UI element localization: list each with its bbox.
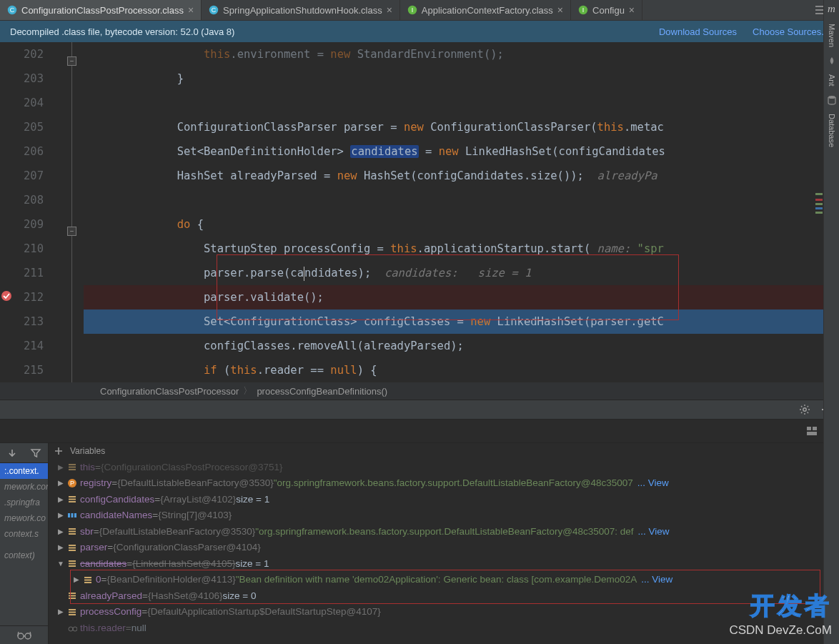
expand-arrow-icon[interactable]: ▶ xyxy=(57,495,64,503)
right-tool-strip: m Maven Ant Database xyxy=(823,0,839,644)
var-type-icon xyxy=(67,607,77,617)
variable-row[interactable]: ▶processConfig = {DefaultApplicationStar… xyxy=(49,604,839,620)
tab-0[interactable]: C ConfigurationClassPostProcessor.class … xyxy=(0,0,202,20)
view-link[interactable]: ... View xyxy=(637,477,669,488)
svg-rect-39 xyxy=(69,595,76,597)
code-editor[interactable]: 2022032042052062072082092102112122132142… xyxy=(0,42,839,382)
tab-2[interactable]: I ApplicationContextFactory.class × xyxy=(400,0,571,20)
tab-3[interactable]: I Configu × xyxy=(571,0,642,20)
var-name: this xyxy=(80,462,95,472)
view-link[interactable]: ... View xyxy=(638,526,670,537)
variable-row[interactable]: ▼candidates = {LinkedHashSet@4105} size … xyxy=(49,555,839,572)
layout-icon[interactable] xyxy=(806,425,818,437)
fold-toggle-icon[interactable]: − xyxy=(67,227,76,236)
expand-arrow-icon[interactable]: ▶ xyxy=(57,608,64,615)
svg-point-9 xyxy=(803,408,806,411)
svg-rect-25 xyxy=(74,513,76,517)
crumb-method[interactable]: processConfigBeanDefinitions() xyxy=(257,386,387,397)
frame-item[interactable]: :.context. xyxy=(0,463,48,479)
maven-icon[interactable]: m xyxy=(828,3,835,15)
var-type-icon xyxy=(67,558,77,568)
expand-arrow-icon[interactable] xyxy=(57,592,64,600)
svg-point-45 xyxy=(73,627,77,631)
var-type-icon xyxy=(67,494,77,504)
gear-icon[interactable] xyxy=(799,404,810,415)
download-sources-link[interactable]: Download Sources xyxy=(659,26,737,37)
variable-row[interactable]: ▶Pregistry = {DefaultListableBeanFactory… xyxy=(49,475,839,492)
expand-arrow-icon[interactable]: ▶ xyxy=(57,511,64,519)
svg-point-8 xyxy=(1,291,11,301)
tab-1[interactable]: C SpringApplicationShutdownHook.class × xyxy=(202,0,400,20)
close-icon[interactable]: × xyxy=(557,5,563,15)
frame-item[interactable] xyxy=(0,542,48,548)
expand-arrow-icon[interactable]: ▶ xyxy=(57,479,64,487)
choose-sources-link[interactable]: Choose Sources... xyxy=(753,26,829,37)
fold-gutter[interactable]: − − xyxy=(69,42,84,382)
expand-arrow-icon[interactable]: ▶ xyxy=(57,463,64,471)
variable-row[interactable]: this.reader = null xyxy=(49,620,839,636)
debugger-panel: :.context. mework.con .springfra mework.… xyxy=(0,442,839,644)
variable-row[interactable]: ▶sbr = {DefaultListableBeanFactory@3530}… xyxy=(49,523,839,540)
database-tool[interactable]: Database xyxy=(828,114,836,147)
frame-item[interactable]: context.s xyxy=(0,526,48,542)
watch-icon[interactable] xyxy=(0,625,48,644)
frame-item[interactable]: mework.con xyxy=(0,479,48,495)
expand-arrow-icon[interactable]: ▶ xyxy=(57,527,64,535)
ant-icon[interactable] xyxy=(827,56,837,66)
svg-rect-43 xyxy=(69,614,76,615)
decompiled-banner: Decompiled .class file, bytecode version… xyxy=(0,21,839,42)
variable-row[interactable]: ▶parser = {ConfigurationClassParser@4104… xyxy=(49,540,839,556)
code-area[interactable]: thisthis.environment = .environment = ne… xyxy=(84,42,839,382)
svg-rect-32 xyxy=(69,560,76,562)
expand-arrow-icon[interactable]: ▼ xyxy=(57,560,64,568)
var-name: this.reader xyxy=(80,623,126,633)
breadcrumb[interactable]: ConfigurationClassPostProcessor 〉 proces… xyxy=(0,382,839,400)
tab-label: ConfigurationClassPostProcessor.class xyxy=(21,5,184,16)
svg-rect-31 xyxy=(69,550,76,551)
close-icon[interactable]: × xyxy=(387,5,392,15)
variable-row[interactable]: ▶this = {ConfigurationClassPostProcessor… xyxy=(49,459,839,475)
svg-rect-37 xyxy=(84,582,91,583)
frame-item[interactable]: context) xyxy=(0,548,48,563)
filter-icon[interactable] xyxy=(30,447,41,459)
svg-text:I: I xyxy=(412,6,414,14)
svg-rect-24 xyxy=(71,513,74,517)
editor-tabs: C ConfigurationClassPostProcessor.class … xyxy=(0,0,839,21)
svg-rect-35 xyxy=(84,577,91,578)
crumb-class[interactable]: ConfigurationClassPostProcessor xyxy=(100,386,239,397)
close-icon[interactable]: × xyxy=(629,5,635,15)
expand-arrow-icon[interactable] xyxy=(57,624,64,632)
svg-rect-12 xyxy=(807,432,817,435)
breakpoint-gutter[interactable] xyxy=(54,42,69,382)
add-watch-icon[interactable] xyxy=(53,445,64,457)
arrow-down-icon[interactable] xyxy=(6,447,18,459)
class-icon: C xyxy=(7,5,17,15)
view-link[interactable]: ... View xyxy=(641,574,672,585)
svg-rect-41 xyxy=(69,609,76,610)
frame-item[interactable]: .springfra xyxy=(0,495,48,510)
variables-tree[interactable]: ▶this = {ConfigurationClassPostProcessor… xyxy=(49,459,839,644)
maven-tool[interactable]: Maven xyxy=(828,24,836,47)
svg-rect-40 xyxy=(69,598,76,599)
debug-toolbar xyxy=(0,400,839,420)
banner-text: Decompiled .class file, bytecode version… xyxy=(10,26,234,37)
svg-point-44 xyxy=(69,627,73,631)
svg-rect-29 xyxy=(69,545,76,546)
close-icon[interactable]: × xyxy=(188,5,194,15)
variable-row[interactable]: ▶candidateNames = {String[7]@4103} xyxy=(49,507,839,524)
expand-arrow-icon[interactable]: ▶ xyxy=(57,543,64,551)
database-icon[interactable] xyxy=(827,95,837,105)
ant-tool[interactable]: Ant xyxy=(828,74,836,86)
expand-arrow-icon[interactable]: ▶ xyxy=(73,575,80,583)
variable-row[interactable]: ▶0 = {BeanDefinitionHolder@4113} "Bean d… xyxy=(49,572,839,588)
breakpoint-checked-icon[interactable] xyxy=(0,289,13,302)
frames-list[interactable]: :.context. mework.con .springfra mework.… xyxy=(0,463,48,625)
svg-rect-33 xyxy=(69,563,76,565)
frame-item[interactable]: mework.co xyxy=(0,510,48,526)
fold-toggle-icon[interactable]: − xyxy=(67,56,76,66)
variables-panel: Variables ▶this = {ConfigurationClassPos… xyxy=(49,443,839,644)
var-name: registry xyxy=(80,477,111,488)
svg-rect-26 xyxy=(69,528,76,530)
variable-row[interactable]: ▶configCandidates = {ArrayList@4102} siz… xyxy=(49,491,839,507)
variable-row[interactable]: alreadyParsed = {HashSet@4106} size = 0 xyxy=(49,588,839,604)
